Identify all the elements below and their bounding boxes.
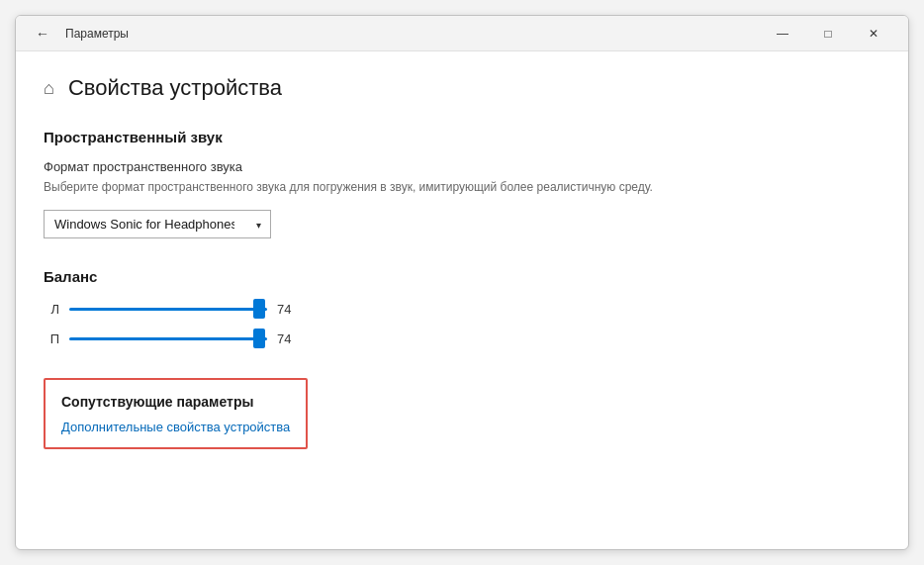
spatial-sound-dropdown[interactable]: Windows Sonic for Headphones Выкл. bbox=[44, 210, 271, 238]
minimize-button[interactable]: — bbox=[760, 16, 805, 51]
left-slider-container bbox=[69, 299, 267, 319]
back-button[interactable]: ← bbox=[28, 16, 57, 51]
title-bar-left: ← Параметры bbox=[28, 16, 760, 51]
window: ← Параметры — □ ✕ ⌂ Свойства устройства … bbox=[15, 15, 909, 550]
maximize-button[interactable]: □ bbox=[805, 16, 851, 51]
related-title: Сопутствующие параметры bbox=[61, 394, 290, 410]
right-channel-label: П bbox=[44, 331, 59, 346]
left-channel-label: Л bbox=[44, 302, 59, 317]
close-button[interactable]: ✕ bbox=[851, 16, 896, 51]
balance-section: Баланс Л 74 П 74 bbox=[44, 268, 880, 348]
left-slider-value: 74 bbox=[277, 302, 301, 317]
spatial-sound-title: Пространственный звук bbox=[44, 129, 880, 145]
spatial-sound-field-label: Формат пространственного звука bbox=[44, 159, 880, 174]
page-title: Свойства устройства bbox=[68, 75, 282, 101]
related-section: Сопутствующие параметры Дополнительные с… bbox=[44, 378, 308, 449]
title-bar-title: Параметры bbox=[65, 27, 129, 41]
right-slider-thumb[interactable] bbox=[253, 329, 265, 348]
right-slider-container bbox=[69, 329, 267, 348]
spatial-sound-description: Выберите формат пространственного звука … bbox=[44, 178, 880, 196]
page-header: ⌂ Свойства устройства bbox=[44, 75, 880, 101]
additional-properties-link[interactable]: Дополнительные свойства устройства bbox=[61, 420, 290, 434]
left-slider-track bbox=[69, 308, 267, 311]
balance-title: Баланс bbox=[44, 268, 880, 285]
left-slider-thumb[interactable] bbox=[253, 299, 265, 319]
title-bar-controls: — □ ✕ bbox=[760, 16, 896, 51]
content: ⌂ Свойства устройства Пространственный з… bbox=[16, 51, 908, 549]
right-slider-track bbox=[69, 337, 267, 340]
spatial-sound-section: Пространственный звук Формат пространств… bbox=[44, 129, 880, 268]
right-slider-row: П 74 bbox=[44, 329, 880, 348]
spatial-sound-dropdown-wrapper: Windows Sonic for Headphones Выкл. ▾ bbox=[44, 210, 271, 238]
title-bar: ← Параметры — □ ✕ bbox=[16, 16, 908, 51]
right-slider-value: 74 bbox=[277, 331, 301, 346]
home-icon[interactable]: ⌂ bbox=[44, 78, 54, 99]
left-slider-row: Л 74 bbox=[44, 299, 880, 319]
